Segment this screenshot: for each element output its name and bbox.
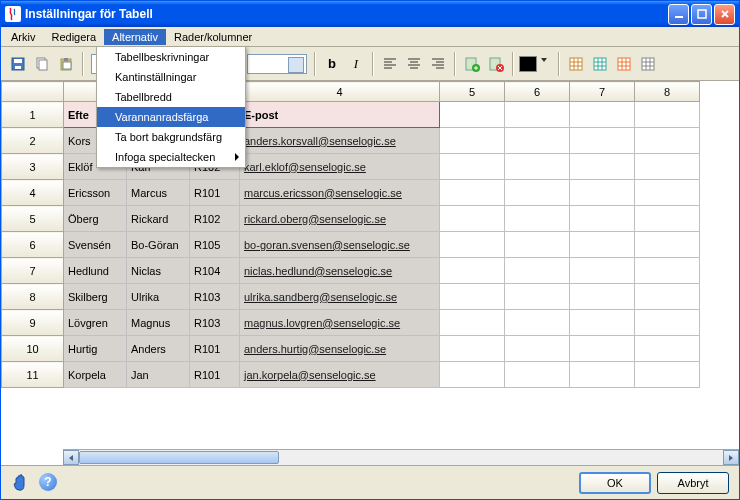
data-cell[interactable]: R104 (190, 258, 240, 284)
row-number[interactable]: 6 (2, 232, 64, 258)
menu-item-arkiv[interactable]: Arkiv (3, 29, 43, 45)
email-link[interactable]: magnus.lovgren@senselogic.se (244, 317, 400, 329)
empty-cell[interactable] (440, 128, 505, 154)
data-cell[interactable]: anders.korsvall@senselogic.se (240, 128, 440, 154)
row-number[interactable]: 3 (2, 154, 64, 180)
col-header-6[interactable]: 6 (505, 82, 570, 102)
empty-cell[interactable] (440, 154, 505, 180)
data-cell[interactable]: Hedlund (64, 258, 127, 284)
empty-cell[interactable] (440, 180, 505, 206)
table-icon-2[interactable] (589, 53, 611, 75)
empty-cell[interactable] (440, 336, 505, 362)
email-link[interactable]: marcus.ericsson@senselogic.se (244, 187, 402, 199)
empty-cell[interactable] (635, 206, 700, 232)
row-number[interactable]: 5 (2, 206, 64, 232)
col-header-7[interactable]: 7 (570, 82, 635, 102)
empty-cell[interactable] (440, 362, 505, 388)
dropdown-item[interactable]: Varannanradsfärga (97, 107, 245, 127)
menu-item-redigera[interactable]: Redigera (43, 29, 104, 45)
empty-cell[interactable] (635, 232, 700, 258)
data-cell[interactable]: Ericsson (64, 180, 127, 206)
minimize-button[interactable] (668, 4, 689, 25)
email-link[interactable]: niclas.hedlund@senselogic.se (244, 265, 392, 277)
row-number[interactable]: 2 (2, 128, 64, 154)
empty-cell[interactable] (570, 284, 635, 310)
ok-button[interactable]: OK (579, 472, 651, 494)
paste-icon[interactable] (55, 53, 77, 75)
empty-cell[interactable] (635, 154, 700, 180)
data-cell[interactable]: marcus.ericsson@senselogic.se (240, 180, 440, 206)
empty-cell[interactable] (635, 102, 700, 128)
data-cell[interactable]: Skilberg (64, 284, 127, 310)
data-cell[interactable]: Magnus (127, 310, 190, 336)
delete-column-icon[interactable] (485, 53, 507, 75)
dropdown-item[interactable]: Tabellbredd (97, 87, 245, 107)
col-header-8[interactable]: 8 (635, 82, 700, 102)
empty-cell[interactable] (635, 284, 700, 310)
dropdown-item[interactable]: Infoga specialtecken (97, 147, 245, 167)
empty-cell[interactable] (505, 180, 570, 206)
empty-cell[interactable] (570, 258, 635, 284)
empty-cell[interactable] (570, 154, 635, 180)
empty-cell[interactable] (570, 232, 635, 258)
dropdown-item[interactable]: Kantinställningar (97, 67, 245, 87)
dropdown-item[interactable]: Tabellbeskrivningar (97, 47, 245, 67)
empty-cell[interactable] (505, 258, 570, 284)
help-icon[interactable]: ? (39, 473, 57, 491)
scroll-left-icon[interactable] (63, 450, 79, 465)
empty-cell[interactable] (570, 310, 635, 336)
email-link[interactable]: ulrika.sandberg@senselogic.se (244, 291, 397, 303)
data-cell[interactable]: ulrika.sandberg@senselogic.se (240, 284, 440, 310)
color-dropdown-icon[interactable] (539, 53, 553, 75)
empty-cell[interactable] (635, 362, 700, 388)
data-cell[interactable]: Korpela (64, 362, 127, 388)
italic-icon[interactable]: I (345, 53, 367, 75)
row-number[interactable]: 8 (2, 284, 64, 310)
data-cell[interactable]: Rickard (127, 206, 190, 232)
empty-cell[interactable] (570, 362, 635, 388)
empty-cell[interactable] (505, 336, 570, 362)
data-cell[interactable]: jan.korpela@senselogic.se (240, 362, 440, 388)
data-cell[interactable]: Lövgren (64, 310, 127, 336)
empty-cell[interactable] (440, 232, 505, 258)
email-link[interactable]: anders.hurtig@senselogic.se (244, 343, 386, 355)
empty-cell[interactable] (505, 102, 570, 128)
data-cell[interactable]: Svensén (64, 232, 127, 258)
align-right-icon[interactable] (427, 53, 449, 75)
data-cell[interactable]: R105 (190, 232, 240, 258)
row-number[interactable]: 7 (2, 258, 64, 284)
align-center-icon[interactable] (403, 53, 425, 75)
empty-cell[interactable] (440, 258, 505, 284)
scroll-track[interactable] (79, 450, 723, 465)
col-header-4[interactable]: 4 (240, 82, 440, 102)
empty-cell[interactable] (570, 128, 635, 154)
row-number[interactable]: 11 (2, 362, 64, 388)
col-header-5[interactable]: 5 (440, 82, 505, 102)
font-size-select[interactable] (247, 54, 307, 74)
add-column-icon[interactable] (461, 53, 483, 75)
menu-item-rader/kolumner[interactable]: Rader/kolumner (166, 29, 260, 45)
empty-cell[interactable] (505, 232, 570, 258)
color-swatch[interactable] (519, 56, 537, 72)
table-icon-4[interactable] (637, 53, 659, 75)
data-cell[interactable]: R101 (190, 336, 240, 362)
empty-cell[interactable] (635, 128, 700, 154)
data-cell[interactable]: niclas.hedlund@senselogic.se (240, 258, 440, 284)
menu-item-alternativ[interactable]: Alternativ (104, 29, 166, 45)
data-cell[interactable]: Ulrika (127, 284, 190, 310)
copy-icon[interactable] (31, 53, 53, 75)
scroll-thumb[interactable] (79, 451, 279, 464)
empty-cell[interactable] (505, 128, 570, 154)
empty-cell[interactable] (635, 310, 700, 336)
maximize-button[interactable] (691, 4, 712, 25)
row-number[interactable]: 1 (2, 102, 64, 128)
align-left-icon[interactable] (379, 53, 401, 75)
header-cell[interactable]: E-post (240, 102, 440, 128)
data-cell[interactable]: rickard.oberg@senselogic.se (240, 206, 440, 232)
email-link[interactable]: karl.eklof@senselogic.se (244, 161, 366, 173)
horizontal-scrollbar[interactable] (63, 449, 739, 465)
data-cell[interactable]: Niclas (127, 258, 190, 284)
row-number[interactable]: 9 (2, 310, 64, 336)
data-cell[interactable]: Hurtig (64, 336, 127, 362)
data-cell[interactable]: R103 (190, 284, 240, 310)
